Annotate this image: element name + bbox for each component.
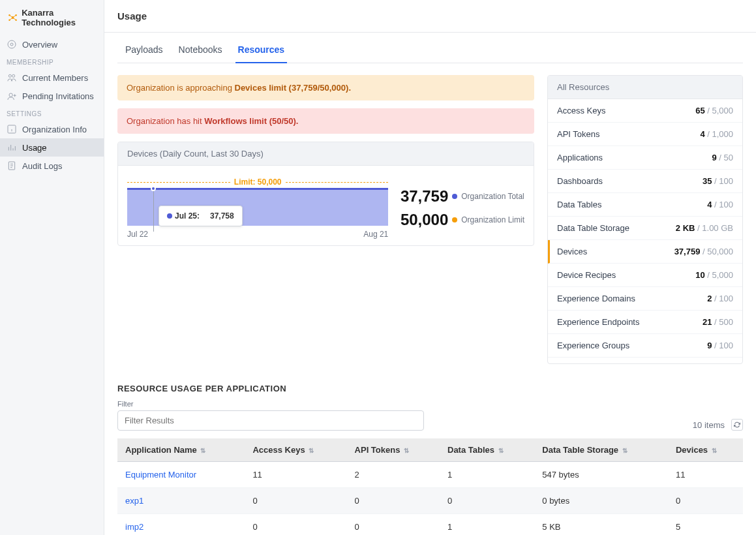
resource-item-data-table-storage[interactable]: Data Table Storage2 KB / 1.00 GB xyxy=(548,217,742,240)
chart-x-end: Aug 21 xyxy=(363,230,388,239)
sort-icon[interactable]: ⇅ xyxy=(404,447,409,454)
chart-tooltip: Jul 25: 37,758 xyxy=(159,206,243,226)
sort-icon[interactable]: ⇅ xyxy=(712,447,717,454)
resource-item-data-tables[interactable]: Data Tables4 / 100 xyxy=(548,193,742,217)
tab-resources[interactable]: Resources xyxy=(238,44,285,63)
chart-stat: 50,000Organization Limit xyxy=(400,211,524,229)
chart-x-start: Jul 22 xyxy=(127,230,148,239)
tab-notebooks[interactable]: Notebooks xyxy=(179,44,222,63)
sort-icon[interactable]: ⇅ xyxy=(622,447,627,454)
chart-area: Limit: 50,000 Jul 25: xyxy=(127,177,388,239)
resource-item-access-keys[interactable]: Access Keys65 / 5,000 xyxy=(548,99,742,123)
sidebar-item-current-members[interactable]: Current Members xyxy=(0,69,104,87)
sidebar: Kanarra Technologies OverviewMEMBERSHIPC… xyxy=(0,0,104,535)
alert-error: Organization has hit Workflows limit (50… xyxy=(117,108,534,134)
limit-label: Limit: 50,000 xyxy=(230,177,286,187)
resource-list: All Resources Access Keys65 / 5,000API T… xyxy=(547,75,743,364)
main: Usage PayloadsNotebooksResources Organiz… xyxy=(104,0,756,535)
resource-item-experience-endpoints[interactable]: Experience Endpoints21 / 500 xyxy=(548,311,742,334)
svg-point-9 xyxy=(8,40,16,48)
svg-line-6 xyxy=(13,15,16,18)
chart-stat: 37,759Organization Total xyxy=(400,187,524,206)
app-link[interactable]: Equipment Monitor xyxy=(125,470,196,480)
sort-icon[interactable]: ⇅ xyxy=(498,447,504,454)
tabs: PayloadsNotebooksResources xyxy=(117,33,743,63)
sort-icon[interactable]: ⇅ xyxy=(200,447,205,454)
filter-label: Filter xyxy=(117,400,424,408)
sidebar-item-organization-info[interactable]: Organization Info xyxy=(0,120,104,138)
org-name: Kanarra Technologies xyxy=(22,8,96,27)
svg-point-11 xyxy=(8,74,11,77)
resource-item-experience-domains[interactable]: Experience Domains2 / 100 xyxy=(548,287,742,311)
chart-title: Devices (Daily Count, Last 30 Days) xyxy=(118,142,534,166)
resource-item-device-recipes[interactable]: Device Recipes10 / 5,000 xyxy=(548,264,742,287)
nav-section-label: MEMBERSHIP xyxy=(0,54,104,69)
tab-payloads[interactable]: Payloads xyxy=(125,44,163,63)
usage-table: Application Name ⇅Access Keys ⇅API Token… xyxy=(117,438,743,535)
svg-line-7 xyxy=(10,18,13,20)
page-title: Usage xyxy=(117,10,743,22)
sidebar-item-pending-invitations[interactable]: Pending Invitations xyxy=(0,87,104,105)
app-link[interactable]: exp1 xyxy=(125,496,144,506)
svg-point-10 xyxy=(10,43,13,46)
svg-line-5 xyxy=(10,15,13,18)
logo-icon xyxy=(8,12,18,23)
svg-line-8 xyxy=(13,18,16,20)
resource-item-applications[interactable]: Applications9 / 50 xyxy=(548,146,742,170)
app-link[interactable]: imp2 xyxy=(125,522,144,532)
table-row: Equipment Monitor1121547 bytes11 xyxy=(117,462,743,488)
sidebar-item-audit-logs[interactable]: Audit Logs xyxy=(0,157,104,175)
sort-icon[interactable]: ⇅ xyxy=(309,447,314,454)
alert-warn: Organization is approaching Devices limi… xyxy=(117,75,534,100)
col-header[interactable]: Data Tables ⇅ xyxy=(440,438,534,462)
sidebar-item-overview[interactable]: Overview xyxy=(0,35,104,54)
reload-icon[interactable] xyxy=(731,419,743,431)
resource-item-experience-groups[interactable]: Experience Groups9 / 100 xyxy=(548,334,742,358)
resource-item-dashboards[interactable]: Dashboards35 / 100 xyxy=(548,170,742,193)
header: Usage xyxy=(104,0,756,33)
resource-item-experience-slugs[interactable]: Experience Slugs3 / 100 xyxy=(548,358,742,363)
nav-section-label: SETTINGS xyxy=(0,105,104,120)
col-header[interactable]: Application Name ⇅ xyxy=(117,438,245,462)
org-header[interactable]: Kanarra Technologies xyxy=(0,0,104,35)
col-header[interactable]: Data Table Storage ⇅ xyxy=(534,438,668,462)
chart-marker-dot xyxy=(151,186,156,191)
resource-list-header: All Resources xyxy=(548,76,742,99)
svg-point-12 xyxy=(12,74,15,77)
chart-card: Devices (Daily Count, Last 30 Days) Limi… xyxy=(117,142,534,246)
col-header[interactable]: API Tokens ⇅ xyxy=(347,438,440,462)
col-header[interactable]: Devices ⇅ xyxy=(668,438,743,462)
filter-input[interactable] xyxy=(117,410,424,431)
items-count: 10 items xyxy=(693,420,725,430)
table-row: exp10000 bytes0 xyxy=(117,488,743,514)
svg-point-13 xyxy=(9,93,12,97)
col-header[interactable]: Access Keys ⇅ xyxy=(245,438,346,462)
sidebar-item-usage[interactable]: Usage xyxy=(0,138,104,157)
usage-section-title: Resource Usage Per Application xyxy=(117,384,743,393)
resource-item-devices[interactable]: Devices37,759 / 50,000 xyxy=(548,240,742,264)
table-row: imp20015 KB5 xyxy=(117,514,743,536)
resource-item-api-tokens[interactable]: API Tokens4 / 1,000 xyxy=(548,123,742,146)
